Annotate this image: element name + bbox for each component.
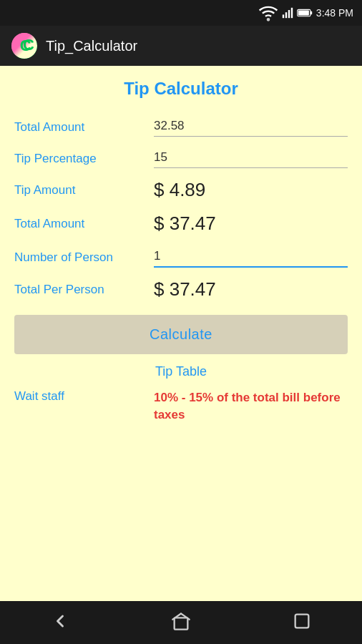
number-of-person-row: Number of Person (14, 240, 348, 273)
tip-amount-row: Tip Amount $ 4.89 (14, 173, 348, 207)
signal-icon (282, 7, 293, 19)
bottom-nav (0, 601, 362, 644)
total-amount-result-row: Total Amount $ 37.47 (14, 207, 348, 240)
back-icon (50, 611, 70, 631)
svg-rect-9 (295, 614, 308, 628)
svg-rect-8 (175, 618, 188, 629)
total-per-person-value: $ 37.47 (154, 278, 216, 301)
tip-amount-label: Tip Amount (14, 183, 154, 197)
total-amount-result-value: $ 37.47 (154, 213, 216, 235)
main-content: Tip Calculator Total Amount Tip Percenta… (0, 66, 362, 601)
app-bar-title: Tip_Calculator (46, 38, 137, 54)
tip-percentage-label: Tip Percentage (14, 152, 154, 166)
svg-rect-2 (285, 12, 287, 18)
status-icons: 3:48 PM (258, 3, 353, 23)
wifi-icon (258, 3, 278, 23)
tip-amount-value: $ 4.89 (154, 179, 205, 201)
total-per-person-label: Total Per Person (14, 283, 154, 297)
tip-percentage-input[interactable] (154, 149, 348, 168)
home-icon (171, 611, 191, 631)
app-bar: C Tip_Calculator (0, 26, 362, 66)
app-logo: C (11, 33, 37, 59)
wait-staff-label: Wait staff (14, 389, 154, 404)
form-section: Total Amount Tip Percentage Tip Amount $… (14, 110, 348, 306)
tip-percentage-row: Tip Percentage (14, 142, 348, 173)
recent-icon (292, 611, 312, 631)
total-amount-result-label: Total Amount (14, 217, 154, 231)
recent-button[interactable] (278, 605, 326, 640)
calculate-button[interactable]: Calculate (14, 315, 348, 354)
number-of-person-label: Number of Person (14, 250, 154, 265)
total-amount-label: Total Amount (14, 120, 154, 135)
svg-point-0 (268, 19, 269, 20)
battery-icon (297, 8, 313, 18)
status-time: 3:48 PM (316, 7, 353, 19)
svg-rect-3 (288, 10, 290, 18)
svg-rect-6 (310, 11, 312, 15)
total-amount-input[interactable] (154, 117, 348, 137)
tip-table-row-waitstaff: Wait staff 10% - 15% of the total bill b… (14, 386, 348, 426)
total-amount-row: Total Amount (14, 110, 348, 142)
back-button[interactable] (36, 605, 84, 640)
wait-staff-value: 10% - 15% of the total bill before taxes (154, 389, 348, 424)
number-of-person-input-wrapper (154, 248, 348, 268)
svg-rect-7 (298, 10, 309, 15)
status-bar: 3:48 PM (0, 0, 362, 26)
tip-percentage-input-wrapper (154, 149, 348, 168)
svg-rect-1 (283, 14, 284, 18)
tip-table-title: Tip Table (14, 364, 348, 379)
svg-rect-4 (291, 8, 293, 18)
home-button[interactable] (157, 605, 205, 640)
tip-table-section: Tip Table Wait staff 10% - 15% of the to… (14, 364, 348, 426)
total-per-person-row: Total Per Person $ 37.47 (14, 273, 348, 306)
total-amount-input-wrapper (154, 117, 348, 137)
page-title: Tip Calculator (14, 66, 348, 110)
number-of-person-input[interactable] (154, 248, 348, 268)
